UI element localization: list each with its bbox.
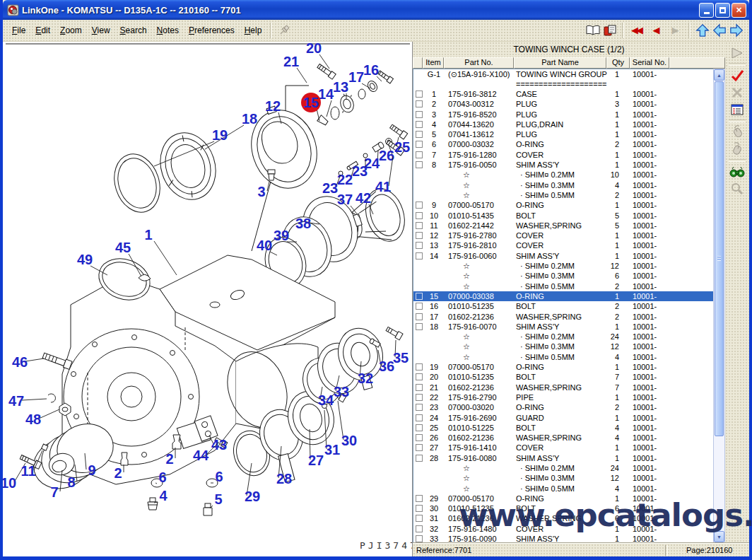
diagram-callout-23[interactable]: 23: [352, 163, 368, 179]
part-row-9[interactable]: 907000-05170O-RING110001-: [413, 200, 713, 210]
diagram-callout-42[interactable]: 42: [356, 190, 371, 206]
part-subrow[interactable]: ☆· SHIM¤ 0.2MM1010001-: [413, 170, 713, 180]
mouse-drag-icon[interactable]: [728, 141, 746, 158]
diagram-callout-14[interactable]: 14: [318, 86, 334, 102]
part-subrow[interactable]: ☆· SHIM¤ 0.2MM2410001-: [413, 332, 713, 342]
part-row-28[interactable]: 28175-916-0080SHIM ASS'Y110001-: [413, 453, 713, 463]
diagram-callout-23[interactable]: 23: [322, 180, 338, 196]
part-row-29[interactable]: 2907000-05170O-RING110001-: [413, 494, 713, 503]
part-row-10[interactable]: 1001010-51435BOLT510001-: [413, 211, 713, 221]
column-header-part-name[interactable]: Part Name: [514, 57, 606, 69]
part-subrow[interactable]: ☆· SHIM¤ 0.2MM1210001-: [413, 261, 713, 271]
parts-list-window-icon[interactable]: [728, 101, 746, 118]
notes-book-icon[interactable]: [601, 22, 618, 39]
diagram-callout-17[interactable]: 17: [348, 69, 364, 85]
part-row-12[interactable]: 12175-916-2780COVER110001-: [413, 231, 713, 240]
diagram-callout-12[interactable]: 12: [265, 98, 281, 114]
row-checkbox[interactable]: [416, 100, 423, 107]
diagram-callout-47[interactable]: 47: [8, 393, 24, 409]
part-row-14[interactable]: 14175-916-0060SHIM ASS'Y110001-: [413, 251, 713, 261]
row-checkbox[interactable]: [416, 141, 423, 148]
part-row-8[interactable]: 8175-916-0050SHIM ASS'Y110001-: [413, 160, 713, 170]
part-subrow[interactable]: ☆· SHIM¤ 0.5MM210001-: [413, 190, 713, 200]
diagram-callout-25[interactable]: 25: [394, 139, 410, 155]
part-row-G-1[interactable]: G-1(⊙15A-916-X100)TOWING WINCH GROUP====…: [413, 69, 713, 89]
row-checkbox[interactable]: [416, 161, 423, 168]
part-row-23[interactable]: 2307000-03020O-RING210001-: [413, 402, 713, 412]
column-header-blank[interactable]: [413, 57, 423, 69]
diagram-callout-40[interactable]: 40: [257, 238, 272, 253]
row-checkbox[interactable]: [416, 303, 423, 310]
parts-table[interactable]: G-1(⊙15A-916-X100)TOWING WINCH GROUP====…: [413, 69, 713, 543]
part-row-22[interactable]: 22175-916-2790PIPE110001-: [413, 392, 713, 402]
scroll-up-button[interactable]: ▲: [714, 69, 724, 81]
diagram-callout-48[interactable]: 48: [25, 412, 41, 427]
part-row-13[interactable]: 13175-916-2810COVER110001-: [413, 240, 713, 250]
scrollbar-track[interactable]: [714, 437, 724, 531]
diagram-callout-37[interactable]: 37: [337, 192, 353, 207]
part-row-27[interactable]: 27175-916-1410COVER110001-: [413, 443, 713, 453]
part-row-11[interactable]: 1101602-21442WASHER,SPRING510001-: [413, 221, 713, 231]
diagram-callout-13[interactable]: 13: [333, 79, 348, 95]
pushpin-icon[interactable]: [276, 22, 293, 39]
row-checkbox[interactable]: [416, 323, 423, 330]
previous-page-icon[interactable]: ◀: [647, 22, 666, 39]
row-checkbox[interactable]: [416, 232, 423, 239]
part-row-31[interactable]: 3101602-21236WASHER,SPRING610001-: [413, 513, 713, 523]
part-row-4[interactable]: 407044-13620PLUG,DRAIN110001-: [413, 119, 713, 129]
diagram-callout-7[interactable]: 7: [50, 484, 58, 500]
diagram-callout-35[interactable]: 35: [393, 350, 409, 366]
nav-up-icon[interactable]: [694, 22, 711, 39]
diagram-callout-31[interactable]: 31: [324, 442, 340, 457]
menu-item-view[interactable]: View: [87, 21, 115, 40]
part-row-25[interactable]: 2501010-51225BOLT410001-: [413, 423, 713, 433]
row-checkbox[interactable]: [416, 394, 423, 401]
part-row-17[interactable]: 1701602-21236WASHER,SPRING210001-: [413, 312, 713, 322]
menu-item-edit[interactable]: Edit: [30, 21, 55, 40]
diagram-callout-16[interactable]: 16: [363, 62, 379, 78]
scrollbar-thumb[interactable]: [715, 81, 724, 436]
diagram-callout-4[interactable]: 4: [159, 488, 168, 503]
part-row-2[interactable]: 207043-00312PLUG310001-: [413, 99, 713, 109]
column-header-item[interactable]: Item: [423, 57, 444, 69]
part-row-3[interactable]: 3175-916-8520PLUG110001-: [413, 110, 713, 119]
row-checkbox[interactable]: [416, 384, 423, 391]
part-row-6[interactable]: 607000-03032O-RING210001-: [413, 139, 713, 149]
diagram-callout-33[interactable]: 33: [334, 384, 349, 399]
diagram-callout-44[interactable]: 44: [193, 448, 209, 463]
part-row-19[interactable]: 1907000-05170O-RING110001-: [413, 362, 713, 372]
row-checkbox[interactable]: [416, 535, 423, 542]
menu-item-notes[interactable]: Notes: [152, 21, 184, 40]
nav-back-icon[interactable]: [711, 22, 728, 39]
close-button[interactable]: ✕: [732, 3, 746, 18]
diagram-callout-5[interactable]: 5: [214, 491, 222, 507]
part-subrow[interactable]: ☆· SHIM¤ 0.3MM410001-: [413, 180, 713, 190]
row-checkbox[interactable]: [416, 455, 423, 462]
diagram-callout-11[interactable]: 11: [20, 463, 35, 479]
binoculars-search-icon[interactable]: [728, 163, 746, 180]
diagram-callout-1[interactable]: 1: [144, 227, 152, 243]
part-row-26[interactable]: 2601602-21236WASHER,SPRING410001-: [413, 433, 713, 443]
row-checkbox[interactable]: [416, 202, 423, 209]
play-next-icon[interactable]: [728, 45, 746, 62]
part-subrow[interactable]: ☆· SHIM¤ 0.5MM210001-: [413, 281, 713, 291]
diagram-callout-18[interactable]: 18: [242, 111, 257, 127]
part-row-18[interactable]: 18175-916-0070SHIM ASS'Y110001-: [413, 322, 713, 332]
diagram-callout-27[interactable]: 27: [308, 453, 324, 468]
row-checkbox[interactable]: [416, 404, 423, 411]
column-header-qty[interactable]: Qty: [606, 57, 630, 69]
maximize-button[interactable]: [715, 3, 730, 18]
part-row-15[interactable]: 1507000-03038O-RING110001-: [413, 291, 713, 301]
row-checkbox[interactable]: [416, 414, 423, 421]
part-row-20[interactable]: 2001010-51235BOLT710001-: [413, 372, 713, 382]
part-row-5[interactable]: 507041-13612PLUG110001-: [413, 129, 713, 139]
row-checkbox[interactable]: [416, 121, 423, 128]
part-row-1[interactable]: 1175-916-3812CASE110001-: [413, 89, 713, 99]
diagram-callout-21[interactable]: 21: [283, 54, 299, 69]
diagram-callout-32[interactable]: 32: [358, 371, 373, 386]
minimize-button[interactable]: [699, 3, 714, 18]
diagram-callout-10[interactable]: 10: [3, 475, 16, 491]
diagram-callout-6[interactable]: 6: [158, 469, 166, 485]
diagram-callout-49[interactable]: 49: [77, 252, 93, 267]
scroll-down-button[interactable]: ▼: [714, 531, 724, 542]
